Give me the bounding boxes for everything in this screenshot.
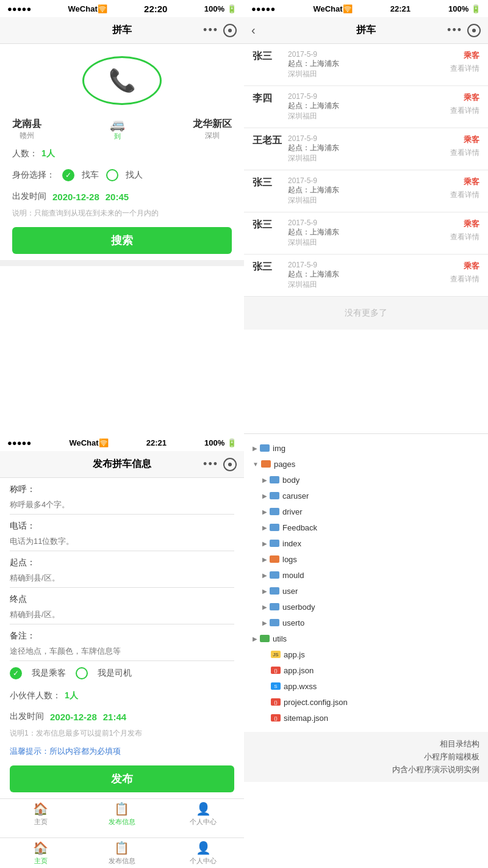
folder-row[interactable]: ▶ utils — [253, 631, 479, 646]
folder-row[interactable]: ▼ pages — [253, 456, 479, 472]
file-name: body — [282, 476, 300, 485]
ride-detail[interactable]: 查看详情 — [450, 232, 479, 242]
folder-row[interactable]: ▶ driver — [253, 504, 479, 519]
folder-row[interactable]: ▶ img — [253, 440, 479, 456]
ride-item[interactable]: 张三 2017-5-9 起点：上海浦东 深圳福田 乘客 查看详情 — [244, 44, 488, 86]
file-row-item[interactable]: {} project.config.json — [253, 694, 479, 710]
tab-profile[interactable]: 👤 个人中心 — [163, 841, 244, 866]
ss-departure-date[interactable]: 2020-12-28 — [50, 712, 97, 722]
ss-nav-dots[interactable]: ••• — [203, 458, 218, 471]
ride-list-section: ●●●●● WeChat🛜 22:21 100% 🔋 ‹ 拼车 ••• 张三 — [244, 0, 488, 433]
ride-middle: 2017-5-9 起点：上海浦东 深圳福田 — [283, 92, 450, 121]
ride-item[interactable]: 张三 2017-5-9 起点：上海浦东 深圳福田 乘客 查看详情 — [244, 170, 488, 212]
publish-button[interactable]: 发布 — [10, 765, 234, 792]
nav-dots-left[interactable]: ••• — [203, 24, 218, 37]
nav-actions-left: ••• — [203, 24, 237, 37]
ride-item[interactable]: 王老五 2017-5-9 起点：上海浦东 深圳福田 乘客 查看详情 — [244, 128, 488, 170]
separator — [0, 260, 244, 266]
route-from-sub: 赣州 — [12, 131, 41, 141]
ride-detail[interactable]: 查看详情 — [450, 106, 479, 116]
file-name: mould — [282, 571, 304, 580]
ss-status-bar: ●●●●● WeChat🛜 22:21 100% 🔋 — [0, 434, 244, 451]
ride-date: 2017-5-9 — [288, 50, 445, 59]
arrow-right-icon: ▶ — [262, 524, 267, 531]
ride-dest: 深圳福田 — [288, 111, 445, 121]
back-button[interactable]: ‹ — [251, 23, 256, 37]
ride-detail[interactable]: 查看详情 — [450, 63, 479, 74]
people-value[interactable]: 1人 — [41, 148, 55, 159]
file-name: project.config.json — [284, 698, 348, 707]
file-row-item[interactable]: S app.wxss — [253, 678, 479, 694]
ride-item[interactable]: 李四 2017-5-9 起点：上海浦东 深圳福田 乘客 查看详情 — [244, 86, 488, 128]
ride-item[interactable]: 张三 2017-5-9 起点：上海浦东 深圳福田 乘客 查看详情 — [244, 212, 488, 255]
call-input[interactable] — [10, 497, 234, 515]
ss-tab-home[interactable]: 🏠 主页 — [0, 801, 81, 826]
ss-record-dot — [228, 463, 232, 466]
ss-radio-passenger[interactable] — [10, 667, 22, 679]
ss-departure-time[interactable]: 21:44 — [103, 712, 126, 722]
ride-right: 乘客 查看详情 — [450, 219, 479, 242]
ride-dest: 深圳福田 — [288, 195, 445, 206]
ride-detail[interactable]: 查看详情 — [450, 190, 479, 200]
folder-icon — [270, 603, 279, 610]
caption-line2: 小程序前端模板 — [253, 751, 479, 764]
time-left: 22:20 — [144, 4, 167, 14]
ride-name: 张三 — [253, 261, 283, 273]
ss-identity-option2: 我是司机 — [98, 668, 132, 679]
departure-date[interactable]: 2020-12-28 — [52, 192, 99, 202]
arrow-right-icon: ▶ — [262, 588, 267, 595]
ss-tab-profile[interactable]: 👤 个人中心 — [163, 801, 244, 826]
arrow-right-icon: ▶ — [262, 604, 267, 610]
file-row-item[interactable]: JS app.js — [253, 646, 479, 662]
folder-row[interactable]: ▶ caruser — [253, 488, 479, 504]
ride-name: 李四 — [253, 92, 283, 105]
ss-people-row: 小伙伴人数： 1人 — [0, 685, 244, 706]
folder-row[interactable]: ▶ index — [253, 535, 479, 551]
file-row-item[interactable]: {} app.json — [253, 662, 479, 678]
identity-radio-findperson[interactable] — [106, 169, 118, 181]
ride-type: 乘客 — [450, 261, 479, 272]
identity-radio-findcar[interactable] — [62, 169, 74, 181]
folder-row[interactable]: ▶ mould — [253, 567, 479, 583]
time-right: 22:21 — [390, 4, 411, 13]
file-name: app.json — [284, 666, 314, 675]
ss-people-value[interactable]: 1人 — [65, 690, 78, 701]
ss-tab-publish[interactable]: 📋 发布信息 — [81, 801, 162, 826]
folder-row[interactable]: ▶ userto — [253, 615, 479, 631]
tab-publish[interactable]: 📋 发布信息 — [81, 841, 162, 866]
route-to[interactable]: 龙华新区 深圳 — [193, 118, 232, 141]
phone-icon-area: 📞 — [0, 44, 244, 111]
tab-publish-icon: 📋 — [114, 841, 129, 855]
departure-time[interactable]: 20:45 — [106, 192, 129, 202]
folder-row[interactable]: ▶ user — [253, 583, 479, 599]
ss-nav-record[interactable] — [223, 458, 237, 471]
folder-row[interactable]: ▶ userbody — [253, 599, 479, 615]
ride-dest: 深圳福田 — [288, 153, 445, 164]
battery-right: 100% 🔋 — [448, 4, 481, 13]
search-button[interactable]: 搜索 — [12, 227, 232, 254]
nav-record-left[interactable] — [223, 24, 237, 37]
ride-item[interactable]: 张三 2017-5-9 起点：上海浦东 深圳福田 乘客 查看详情 — [244, 255, 488, 297]
ride-detail[interactable]: 查看详情 — [450, 148, 479, 158]
tab-home[interactable]: 🏠 主页 — [0, 841, 81, 866]
ss-radio-driver[interactable] — [76, 667, 88, 679]
ss-departure-row: 出发时间 2020-12-28 21:44 — [0, 706, 244, 727]
status-bar-right: ●●●●● WeChat🛜 22:21 100% 🔋 — [244, 0, 488, 17]
folder-row[interactable]: ▶ logs — [253, 551, 479, 567]
to-input[interactable] — [10, 607, 234, 624]
route-arrow: 🚐 到 — [110, 117, 125, 141]
remark-input[interactable] — [10, 644, 234, 661]
from-input[interactable] — [10, 571, 234, 588]
file-row-item[interactable]: {} sitemap.json — [253, 710, 479, 726]
file-name: driver — [282, 507, 303, 516]
folder-row[interactable]: ▶ Feedback — [253, 519, 479, 535]
nav-dots-right[interactable]: ••• — [447, 24, 462, 37]
ride-name: 张三 — [253, 219, 283, 231]
route-from[interactable]: 龙南县 赣州 — [12, 118, 41, 141]
folder-icon — [270, 555, 279, 563]
phone-input[interactable] — [10, 534, 234, 551]
nav-record-right[interactable] — [467, 24, 481, 37]
folder-row[interactable]: ▶ body — [253, 472, 479, 488]
ride-detail[interactable]: 查看详情 — [450, 274, 479, 284]
battery-left: 100% 🔋 — [204, 4, 237, 13]
